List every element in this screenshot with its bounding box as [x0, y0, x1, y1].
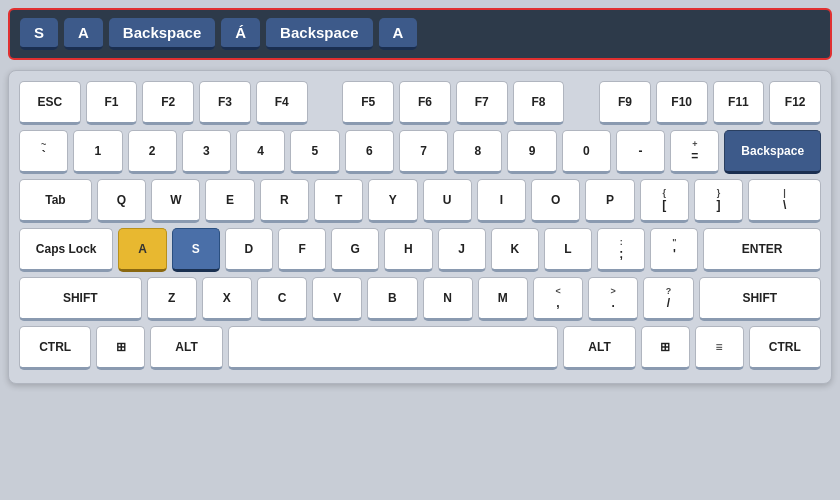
key-space[interactable]: [228, 326, 559, 370]
key-ctrl[interactable]: CTRL: [749, 326, 821, 370]
key-f10[interactable]: F10: [656, 81, 708, 125]
key-p[interactable]: P: [585, 179, 634, 223]
history-key: A: [379, 18, 418, 50]
key-h[interactable]: H: [384, 228, 432, 272]
key-enter[interactable]: ENTER: [703, 228, 820, 272]
history-key: S: [20, 18, 58, 50]
key-0[interactable]: 0: [562, 130, 611, 174]
key-a[interactable]: A: [118, 228, 166, 272]
key-x[interactable]: ≡: [695, 326, 744, 370]
key-x[interactable]: |\: [748, 179, 821, 223]
key-r[interactable]: R: [260, 179, 309, 223]
key-7[interactable]: 7: [399, 130, 448, 174]
bottom-row: CTRL⊞ALTALT⊞≡CTRL: [19, 326, 821, 370]
key-[interactable]: ~`: [19, 130, 68, 174]
key-esc[interactable]: ESC: [19, 81, 81, 125]
fn-row: ESCF1F2F3F4F5F6F7F8F9F10F11F12: [19, 81, 821, 125]
key-tab[interactable]: Tab: [19, 179, 92, 223]
number-row: ~`1234567890-+=Backspace: [19, 130, 821, 174]
key-x[interactable]: <,: [533, 277, 583, 321]
key-s[interactable]: S: [172, 228, 220, 272]
key-[interactable]: +=: [670, 130, 719, 174]
key-ctrl[interactable]: CTRL: [19, 326, 91, 370]
key-shift[interactable]: SHIFT: [19, 277, 142, 321]
key-i[interactable]: I: [477, 179, 526, 223]
key-l[interactable]: L: [544, 228, 592, 272]
key-[interactable]: -: [616, 130, 665, 174]
key-1[interactable]: 1: [73, 130, 122, 174]
history-key: A: [64, 18, 103, 50]
key-capslock[interactable]: Caps Lock: [19, 228, 113, 272]
key-b[interactable]: B: [367, 277, 417, 321]
key-w[interactable]: W: [151, 179, 200, 223]
key-f11[interactable]: F11: [713, 81, 765, 125]
zxcv-row: SHIFTZXCVBNM<,>.?/SHIFT: [19, 277, 821, 321]
key-n[interactable]: N: [423, 277, 473, 321]
key-2[interactable]: 2: [128, 130, 177, 174]
key-5[interactable]: 5: [290, 130, 339, 174]
history-bar: SABackspaceÁBackspaceA: [8, 8, 832, 60]
key-u[interactable]: U: [423, 179, 472, 223]
key-[interactable]: :;: [597, 228, 645, 272]
key-f5[interactable]: F5: [342, 81, 394, 125]
key-o[interactable]: O: [531, 179, 580, 223]
history-key: Backspace: [266, 18, 372, 50]
key-9[interactable]: 9: [507, 130, 556, 174]
key-f9[interactable]: F9: [599, 81, 651, 125]
key-e[interactable]: E: [205, 179, 254, 223]
key-shift[interactable]: SHIFT: [699, 277, 822, 321]
key-f4[interactable]: F4: [256, 81, 308, 125]
key-q[interactable]: Q: [97, 179, 146, 223]
key-x[interactable]: ⊞: [641, 326, 690, 370]
key-x[interactable]: ⊞: [96, 326, 145, 370]
key-alt[interactable]: ALT: [563, 326, 635, 370]
key-[interactable]: "': [650, 228, 698, 272]
key-backspace[interactable]: Backspace: [724, 130, 821, 174]
qwerty-row: TabQWERTYUIOP{[}]|\: [19, 179, 821, 223]
key-f6[interactable]: F6: [399, 81, 451, 125]
asdf-row: Caps LockASDFGHJKL:;"'ENTER: [19, 228, 821, 272]
keyboard: ESCF1F2F3F4F5F6F7F8F9F10F11F12~`12345678…: [8, 70, 832, 384]
key-f7[interactable]: F7: [456, 81, 508, 125]
key-d[interactable]: D: [225, 228, 273, 272]
key-3[interactable]: 3: [182, 130, 231, 174]
key-x[interactable]: ?/: [643, 277, 693, 321]
key-f3[interactable]: F3: [199, 81, 251, 125]
key-x[interactable]: {[: [640, 179, 689, 223]
key-6[interactable]: 6: [345, 130, 394, 174]
key-j[interactable]: J: [438, 228, 486, 272]
history-key: Á: [221, 18, 260, 50]
key-f12[interactable]: F12: [769, 81, 821, 125]
key-k[interactable]: K: [491, 228, 539, 272]
key-g[interactable]: G: [331, 228, 379, 272]
key-alt[interactable]: ALT: [150, 326, 222, 370]
key-z[interactable]: Z: [147, 277, 197, 321]
key-c[interactable]: C: [257, 277, 307, 321]
key-v[interactable]: V: [312, 277, 362, 321]
key-f8[interactable]: F8: [513, 81, 565, 125]
history-key: Backspace: [109, 18, 215, 50]
key-y[interactable]: Y: [368, 179, 417, 223]
key-8[interactable]: 8: [453, 130, 502, 174]
key-4[interactable]: 4: [236, 130, 285, 174]
key-m[interactable]: M: [478, 277, 528, 321]
key-x[interactable]: >.: [588, 277, 638, 321]
key-t[interactable]: T: [314, 179, 363, 223]
key-f1[interactable]: F1: [86, 81, 138, 125]
key-f2[interactable]: F2: [142, 81, 194, 125]
key-x[interactable]: }]: [694, 179, 743, 223]
key-f[interactable]: F: [278, 228, 326, 272]
key-x[interactable]: X: [202, 277, 252, 321]
